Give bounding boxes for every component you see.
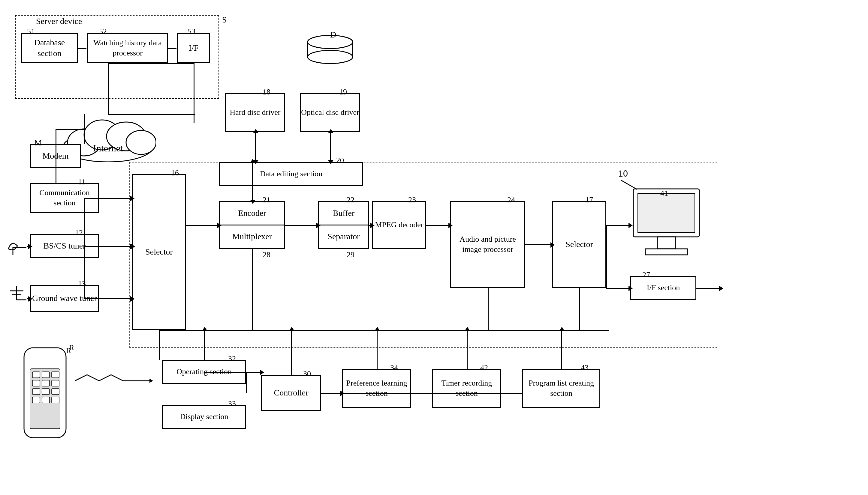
encoder-num: 21 xyxy=(263,195,271,204)
encoder: Encoder Multiplexer xyxy=(219,201,285,249)
svg-rect-25 xyxy=(42,389,50,395)
selector-16: Selector xyxy=(132,174,186,330)
svg-rect-21 xyxy=(32,380,40,386)
monitor: 41 xyxy=(630,186,702,270)
mpeg-decoder: MPEG decoder xyxy=(372,201,426,249)
separator-num: 29 xyxy=(347,250,355,259)
s-label: S xyxy=(222,15,227,24)
hard-disc-driver: Hard disc driver xyxy=(225,93,285,132)
display-section: Display section xyxy=(162,405,246,429)
bs-antenna xyxy=(5,237,28,262)
server-device-label: Server device xyxy=(36,17,82,26)
if-server-num: 53 xyxy=(187,27,195,36)
selector-17: Selector xyxy=(552,201,606,288)
audio-picture-num: 24 xyxy=(507,195,515,204)
svg-line-39 xyxy=(111,375,123,381)
optical-disc-driver: Optical disc driver xyxy=(300,93,360,132)
data-editing-num: 20 xyxy=(336,156,344,165)
buffer: Buffer Separator xyxy=(318,201,369,249)
svg-rect-27 xyxy=(32,397,40,403)
svg-rect-28 xyxy=(42,397,50,403)
buffer-num: 22 xyxy=(347,195,355,204)
svg-marker-41 xyxy=(149,379,153,383)
if-section: I/F section xyxy=(630,276,696,300)
controller-num: 30 xyxy=(303,369,311,378)
multiplexer-num: 28 xyxy=(263,250,271,259)
bs-cs-num: 12 xyxy=(75,228,83,237)
svg-point-10 xyxy=(308,50,353,64)
zigzag-1 xyxy=(75,372,165,391)
mpeg-num: 23 xyxy=(408,195,416,204)
selector17-num: 17 xyxy=(585,195,593,204)
program-list-creating: Program list creating section xyxy=(522,369,600,408)
svg-rect-20 xyxy=(52,372,59,378)
selector16-num: 16 xyxy=(171,169,179,177)
program-list-num: 43 xyxy=(581,363,589,372)
communication-num: 11 xyxy=(78,177,85,187)
svg-rect-26 xyxy=(52,389,59,395)
disk-label: D xyxy=(330,30,336,39)
modem-label: M xyxy=(34,138,42,148)
ground-antenna xyxy=(5,283,28,311)
db-num: 51 xyxy=(27,27,35,36)
svg-rect-14 xyxy=(657,237,675,249)
svg-rect-19 xyxy=(42,372,50,378)
watching-history: Watching history data processor xyxy=(87,33,168,63)
remote-control: R xyxy=(15,345,75,441)
audio-picture-processor: Audio and picture image processor xyxy=(450,201,525,288)
preference-num: 34 xyxy=(390,363,398,372)
database-section: Database section xyxy=(21,33,78,63)
if-server: I/F xyxy=(177,33,210,63)
svg-line-36 xyxy=(75,375,87,381)
svg-point-4 xyxy=(126,131,156,154)
timer-recording: Timer recording section xyxy=(432,369,501,408)
svg-line-37 xyxy=(87,375,99,381)
svg-rect-29 xyxy=(52,397,59,403)
svg-rect-23 xyxy=(52,380,59,386)
if-section-num: 27 xyxy=(642,270,650,279)
controller: Controller xyxy=(261,375,321,411)
operating-num: 32 xyxy=(228,354,236,363)
svg-rect-18 xyxy=(32,372,40,378)
svg-rect-22 xyxy=(42,380,50,386)
diagram: Server device S Database section 51 Watc… xyxy=(0,0,868,495)
svg-rect-24 xyxy=(32,389,40,395)
device-num: 10 xyxy=(618,168,628,179)
timer-num: 42 xyxy=(480,363,488,372)
svg-rect-13 xyxy=(638,193,695,232)
svg-rect-15 xyxy=(645,249,687,255)
data-editing-section: Data editing section xyxy=(219,162,363,186)
remote-r-label: R xyxy=(69,343,74,352)
hard-disc-num: 18 xyxy=(263,88,271,97)
optical-disc-num: 19 xyxy=(339,88,347,97)
svg-text:Internet: Internet xyxy=(93,143,123,154)
watching-num: 52 xyxy=(99,27,107,36)
display-num: 33 xyxy=(228,399,236,408)
svg-line-38 xyxy=(99,375,111,381)
main-device-box xyxy=(129,162,717,348)
preference-learning: Preference learning section xyxy=(342,369,411,408)
